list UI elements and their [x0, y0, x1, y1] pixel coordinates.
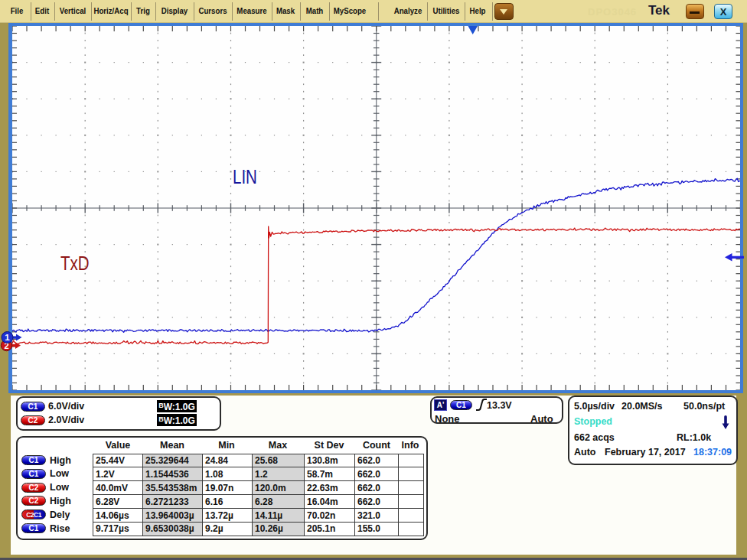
svg-text:1: 1: [5, 333, 10, 342]
